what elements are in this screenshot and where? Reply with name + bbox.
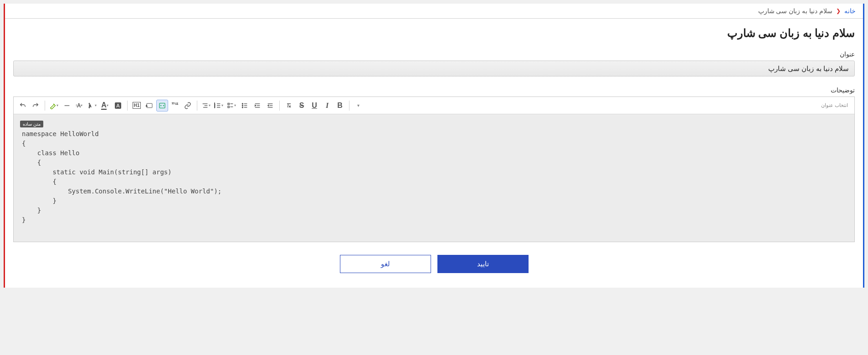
body-mode-label: متن ساده: [20, 121, 43, 127]
content-area: سلام دنیا به زبان سی شارپ عنوان توضیحات …: [5, 19, 863, 288]
line-height-button[interactable]: ▾A: [87, 100, 98, 112]
description-label: توضیحات: [13, 86, 855, 94]
toolbar-separator: [45, 101, 45, 111]
breadcrumb: خانه ❮ سلام دنیا به زبان سی شارپ: [5, 4, 863, 19]
title-input[interactable]: [13, 61, 855, 76]
cancel-button[interactable]: لغو: [340, 255, 431, 273]
link-button[interactable]: [182, 100, 194, 112]
heading-h1-button[interactable]: H1: [131, 100, 143, 112]
submit-button[interactable]: تایید: [437, 255, 529, 273]
breadcrumb-home-link[interactable]: خانه: [844, 7, 856, 15]
background-color-button[interactable]: A: [112, 100, 124, 112]
form-actions: تایید لغو: [13, 242, 855, 277]
html-button[interactable]: HTML: [144, 100, 155, 112]
strikethrough-button[interactable]: S: [296, 100, 308, 112]
ordered-list-button[interactable]: ▾123: [213, 100, 225, 112]
redo-button[interactable]: [30, 100, 41, 112]
horizontal-rule-button[interactable]: [61, 100, 73, 112]
align-button[interactable]: ▾: [200, 100, 212, 112]
breadcrumb-current: سلام دنیا به زبان سی شارپ: [758, 7, 832, 15]
outdent-button[interactable]: [264, 100, 276, 112]
italic-button[interactable]: I: [321, 100, 333, 112]
svg-rect-16: [228, 106, 229, 107]
svg-text:3: 3: [214, 106, 216, 108]
svg-point-20: [242, 105, 243, 106]
toolbar-separator: [279, 101, 280, 111]
indent-button[interactable]: [252, 100, 263, 112]
blockquote-button[interactable]: “”: [169, 100, 181, 112]
toolbar-separator: [197, 101, 197, 111]
code-block-button[interactable]: [156, 100, 168, 112]
unordered-list-button[interactable]: [239, 100, 251, 112]
svg-point-22: [242, 107, 243, 108]
highlight-button[interactable]: ▾: [48, 100, 60, 112]
svg-text:A: A: [89, 104, 92, 107]
svg-point-18: [242, 103, 243, 104]
more-options-button[interactable]: ▾: [353, 100, 365, 112]
title-label: عنوان: [13, 51, 855, 58]
bold-button[interactable]: B: [334, 100, 346, 112]
toolbar-separator: [349, 101, 349, 111]
page-title: سلام دنیا به زبان سی شارپ: [13, 27, 855, 40]
heading-select[interactable]: انتخاب عنوان: [817, 102, 852, 108]
editor-toolbar: ▾ ▾AI ▾A ▾A A H1 HTML “” ▾: [14, 97, 854, 114]
underline-button[interactable]: U: [308, 100, 320, 112]
code-content[interactable]: namespace HelloWorld { class Hello { sta…: [20, 127, 848, 227]
text-color-button[interactable]: ▾A: [99, 100, 111, 112]
page-container: خانه ❮ سلام دنیا به زبان سی شارپ سلام دن…: [4, 4, 864, 288]
svg-text:HTML: HTML: [146, 105, 148, 107]
editor-body[interactable]: متن ساده namespace HelloWorld { class He…: [14, 114, 854, 242]
clear-format-button[interactable]: [283, 100, 295, 112]
font-size-button[interactable]: ▾AI: [74, 100, 86, 112]
chevron-left-icon: ❮: [836, 8, 841, 14]
rich-text-editor: ▾ ▾AI ▾A ▾A A H1 HTML “” ▾: [13, 96, 855, 242]
undo-button[interactable]: [17, 100, 29, 112]
toolbar-separator: [127, 101, 128, 111]
checklist-button[interactable]: ▾: [226, 100, 238, 112]
svg-rect-14: [228, 103, 229, 104]
